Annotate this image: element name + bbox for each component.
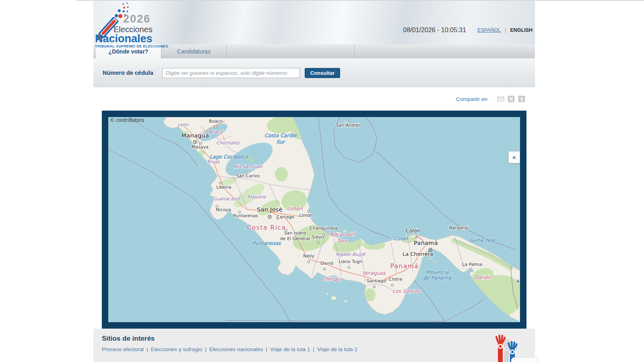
map-label: Boaco	[208, 129, 223, 135]
cedula-form: Número de cédula Consultar	[93, 58, 535, 87]
map-label: Colón	[406, 228, 421, 234]
map-label: David	[320, 261, 333, 266]
town-marker	[317, 241, 319, 243]
footer-link[interactable]: Proceso electoral	[102, 346, 144, 352]
town-marker	[215, 125, 217, 128]
logo-tribunal: TRIBUNAL SUPREMO DE ELECCIONES	[95, 44, 168, 48]
capital-marker-dot	[430, 249, 431, 251]
map-label: Darién	[474, 274, 491, 280]
map-label: Puntarenas	[252, 240, 281, 246]
site-header: 2026 Elecciones Nacionales TRIBUNAL SUPR…	[93, 1, 535, 44]
map-label: Río San Juan	[233, 164, 263, 169]
map-label: Llano Tugrí	[339, 259, 363, 264]
town-marker	[308, 210, 310, 212]
map-label: Liberia	[216, 185, 231, 190]
map-label: Bocas del	[330, 231, 355, 237]
town-marker	[471, 269, 473, 272]
map-label: Limón	[299, 213, 313, 218]
map-label: Managua	[182, 132, 209, 139]
map-label: Neily	[303, 253, 314, 259]
map-label: Ngäbe-Buglé	[336, 251, 366, 257]
town-marker	[391, 284, 393, 286]
map-label: de El General	[280, 236, 310, 241]
footer-link[interactable]: Elecciones nacionales	[209, 346, 263, 352]
footer-link[interactable]: Elecciones y sufragio	[151, 346, 202, 352]
map-label: Cartago	[277, 214, 294, 220]
datetime-display: 08/01/2026 - 10:05:31	[403, 27, 466, 34]
map-label: Changuinola	[310, 226, 338, 231]
town-marker	[346, 120, 348, 122]
capital-marker-dot	[195, 142, 196, 143]
map-label: Puntarenas	[233, 213, 258, 218]
cedula-label: Número de cédula	[103, 70, 153, 76]
language-link-english[interactable]: ENGLISH	[510, 27, 533, 33]
map-ocean	[108, 117, 520, 322]
map-label: Colón	[394, 235, 408, 241]
map-label: Toro	[337, 238, 348, 244]
footer: Sitios de interés Proceso electoral|Elec…	[93, 329, 535, 362]
language-link-spanish[interactable]: ESPAÑOL	[477, 27, 501, 33]
language-divider: |	[505, 27, 506, 33]
map-label: Panamá	[414, 240, 438, 246]
town-marker	[373, 286, 375, 288]
footer-link-separator: |	[266, 346, 268, 352]
footer-title: Sitios de interés	[102, 335, 535, 343]
logo-year: 2026	[123, 13, 151, 25]
tab-bar-divider	[354, 44, 355, 58]
facebook-icon[interactable]	[518, 95, 525, 103]
map-label: San José	[257, 206, 283, 213]
capital-marker-dot	[269, 216, 270, 218]
map-label: León	[178, 122, 189, 128]
bottom-right-chip[interactable]	[511, 357, 538, 362]
map-label: La Chorrera	[402, 251, 433, 257]
town-marker	[308, 261, 310, 263]
map-label: Narganá	[449, 225, 468, 230]
map-label: Santiago	[367, 278, 386, 284]
map-container[interactable]: BoacoManaguaMasayaLeónBoacoChontalesLago…	[102, 111, 526, 329]
map-label: Chontales	[216, 140, 239, 146]
map-label: Panamá	[390, 263, 419, 270]
town-marker	[348, 266, 350, 268]
map-label: Sieyic	[312, 234, 325, 240]
logo-nacionales: Nacionales	[95, 33, 153, 45]
footer-link[interactable]: Viaje de la tula 2	[317, 346, 357, 352]
town-marker	[219, 182, 221, 184]
town-marker	[323, 268, 325, 270]
map-label: Sur	[277, 139, 286, 145]
map-label: Guna Yala	[470, 237, 495, 243]
footer-links: Proceso electoral|Elecciones y sufragio|…	[102, 346, 535, 352]
map-label: Boaco	[209, 119, 223, 124]
map-label: San Andrés	[336, 123, 361, 128]
map-label: La Palma	[462, 262, 482, 267]
map-label: Alajuela	[247, 194, 266, 200]
map-attribution: © contributors	[110, 117, 144, 123]
map-canvas[interactable]: BoacoManaguaMasayaLeónBoacoChontalesLago…	[108, 117, 520, 322]
map-label: San Carlos	[236, 173, 260, 179]
tab-candidaturas[interactable]: Candidaturas	[161, 44, 227, 58]
map-label: Costa Caribe	[264, 132, 297, 138]
footer-link-separator: |	[205, 346, 206, 352]
map-label: Costa Rica	[247, 224, 286, 231]
map-label: Chitré	[389, 277, 402, 282]
x-icon[interactable]	[508, 95, 515, 103]
town-marker	[415, 237, 417, 239]
cedula-input[interactable]	[162, 68, 300, 78]
map-label: Nicoya	[216, 207, 231, 212]
map-collapse-button[interactable]: «	[508, 151, 520, 163]
town-marker	[200, 142, 202, 144]
map-label: Guanacaste	[213, 196, 241, 202]
map-label: Los Santos	[392, 288, 420, 294]
consultar-button[interactable]: Consultar	[305, 68, 341, 78]
map-label: San Isidro	[284, 230, 306, 236]
footer-link[interactable]: Viaje de la tula 1	[270, 346, 310, 352]
tse-logo: 2026 Elecciones Nacionales TRIBUNAL SUPR…	[94, 2, 165, 47]
map-label: Masaya	[192, 144, 208, 150]
footer-link-separator: |	[147, 346, 148, 352]
page-column: 2026 Elecciones Nacionales TRIBUNAL SUPR…	[93, 1, 535, 362]
map-label: Rivas	[207, 159, 220, 165]
map-label: Veraguas	[362, 270, 386, 276]
share-row: Compartir en	[93, 87, 535, 111]
map-label: Chiriquí	[322, 276, 343, 282]
email-icon[interactable]	[497, 95, 504, 103]
map-label: A	[516, 279, 520, 284]
